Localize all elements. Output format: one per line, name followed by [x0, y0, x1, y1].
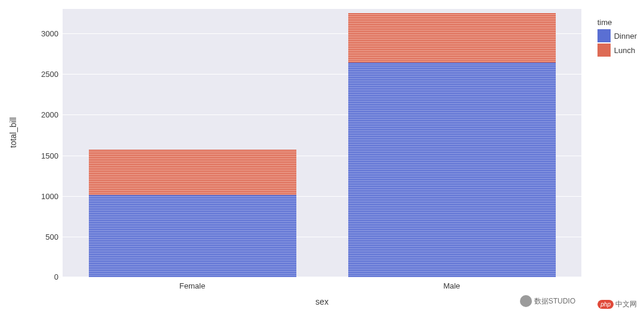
y-tick-label: 500 [45, 232, 58, 241]
legend-item-dinner: Dinner [597, 29, 637, 42]
x-axis-label: sex [315, 297, 329, 306]
y-tick-label: 2500 [41, 70, 58, 79]
x-tick-label: Female [179, 281, 205, 290]
legend-label: Lunch [614, 46, 635, 55]
bar-male-dinner [348, 63, 556, 277]
chart-container: 0 500 1000 1500 2000 2500 3000 Female Ma… [0, 0, 644, 313]
bar-group-female [89, 9, 296, 277]
x-tick-label: Male [443, 281, 460, 290]
legend-title: time [597, 18, 637, 27]
watermark-php: php 中文网 [597, 299, 637, 309]
legend-label: Dinner [614, 32, 637, 41]
bar-male-lunch [348, 13, 556, 63]
wechat-icon [520, 295, 532, 307]
bar-female-lunch [89, 150, 296, 195]
bar-group-male [348, 9, 556, 277]
y-axis-label: total_bill [8, 117, 18, 148]
bar-female-dinner [89, 195, 296, 277]
legend-item-lunch: Lunch [597, 44, 637, 57]
y-tick-label: 2000 [41, 110, 58, 119]
legend: time Dinner Lunch [597, 18, 637, 58]
y-tick-label: 1500 [41, 151, 58, 160]
y-tick-label: 0 [54, 272, 58, 281]
legend-swatch-lunch [597, 44, 611, 57]
plot-area [63, 9, 581, 277]
watermark-label: 数据STUDIO [534, 296, 575, 306]
watermark-studio: 数据STUDIO [520, 295, 575, 307]
y-tick-label: 1000 [41, 191, 58, 200]
php-badge: php [597, 300, 614, 309]
legend-swatch-dinner [597, 29, 611, 42]
y-tick-label: 3000 [41, 29, 58, 38]
watermark-label: 中文网 [615, 299, 637, 309]
